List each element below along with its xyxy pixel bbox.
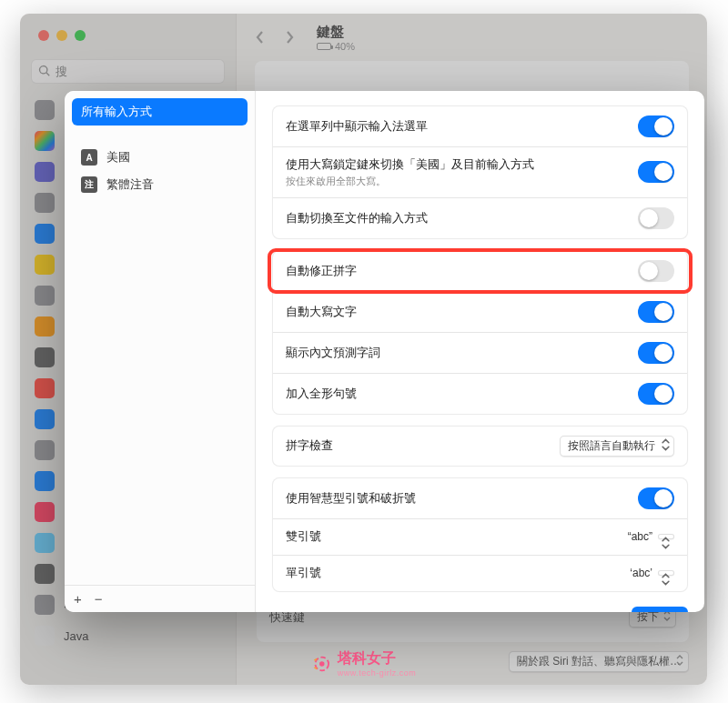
toggle-auto-capitalize[interactable] bbox=[638, 301, 674, 323]
keyboard-a-icon: A bbox=[81, 149, 97, 166]
source-edit-footer: + − bbox=[65, 585, 255, 612]
row-auto-capitalize: 自動大寫文字 bbox=[273, 291, 687, 332]
row-smart-quotes: 使用智慧型引號和破折號 bbox=[273, 478, 687, 518]
row-predictive-text: 顯示內文預測字詞 bbox=[273, 332, 687, 373]
double-quote-popup[interactable] bbox=[658, 534, 674, 539]
row-auto-correct: 自動修正拼字 bbox=[273, 251, 687, 291]
watermark: 塔科女子 www.tech-girlz.com bbox=[312, 649, 417, 678]
input-source-us[interactable]: A 美國 bbox=[72, 144, 248, 171]
row-double-quote: 雙引號 “abc” bbox=[273, 518, 687, 555]
toggle-predictive-text[interactable] bbox=[638, 342, 674, 364]
add-source-button[interactable]: + bbox=[74, 591, 82, 607]
watermark-url: www.tech-girlz.com bbox=[338, 668, 417, 678]
toggle-auto-correct[interactable] bbox=[638, 260, 674, 282]
watermark-text: 塔科女子 bbox=[338, 649, 417, 668]
row-single-quote: 單引號 ‘abc’ bbox=[273, 555, 687, 591]
source-label: 繁體注音 bbox=[106, 176, 154, 193]
input-source-zhuyin[interactable]: 注 繁體注音 bbox=[72, 171, 248, 198]
spell-check-popup[interactable]: 按照語言自動執行 bbox=[560, 436, 674, 457]
toggle-auto-switch-doc[interactable] bbox=[638, 207, 674, 229]
row-fullwidth-period: 加入全形句號 bbox=[273, 373, 687, 414]
row-show-input-menu: 在選單列中顯示輸入法選單 bbox=[273, 106, 687, 146]
row-spell-check: 拼字檢查 按照語言自動執行 bbox=[273, 427, 687, 466]
toggle-show-input-menu[interactable] bbox=[638, 115, 674, 137]
sheet-main: 在選單列中顯示輸入法選單 使用大寫鎖定鍵來切換「美國」及目前輸入方式 按住來啟用… bbox=[256, 91, 704, 612]
toggle-smart-quotes[interactable] bbox=[638, 487, 674, 509]
source-label: 美國 bbox=[106, 149, 130, 166]
input-sources-sheet: 所有輸入方式 A 美國 注 繁體注音 + − 在選單列中顯示輸入法選單 使用大寫… bbox=[65, 91, 704, 612]
row-auto-switch-doc: 自動切換至文件的輸入方式 bbox=[273, 197, 687, 238]
all-input-methods[interactable]: 所有輸入方式 bbox=[72, 98, 248, 126]
toggle-caps-lock-switch[interactable] bbox=[638, 161, 674, 183]
svg-point-1 bbox=[319, 661, 325, 667]
single-quote-popup[interactable] bbox=[658, 570, 674, 576]
remove-source-button[interactable]: − bbox=[95, 591, 103, 607]
row-caps-lock-switch: 使用大寫鎖定鍵來切換「美國」及目前輸入方式 按住來啟用全部大寫。 bbox=[273, 146, 687, 197]
logo-icon bbox=[312, 654, 332, 674]
done-button[interactable]: 完成 bbox=[632, 607, 688, 612]
sheet-sidebar: 所有輸入方式 A 美國 注 繁體注音 + − bbox=[65, 91, 256, 612]
toggle-fullwidth-period[interactable] bbox=[638, 383, 674, 405]
keyboard-zhuyin-icon: 注 bbox=[81, 176, 97, 193]
